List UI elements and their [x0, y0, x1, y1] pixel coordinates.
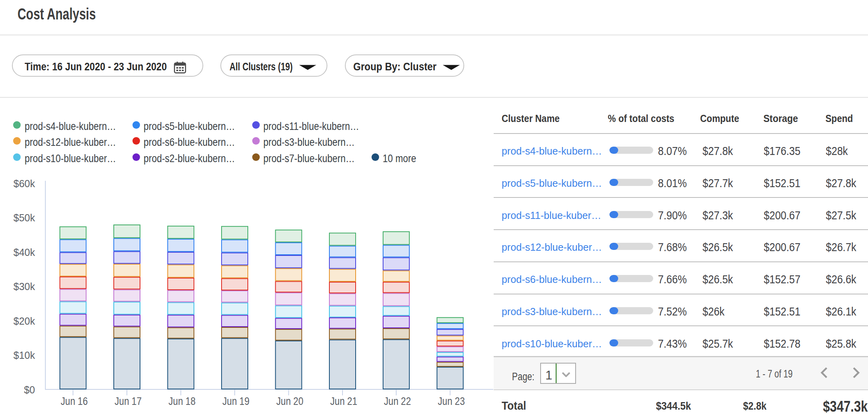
svg-text:Jun 20: Jun 20: [276, 395, 304, 407]
svg-text:$10k: $10k: [14, 350, 35, 361]
svg-text:Jun 22: Jun 22: [384, 395, 411, 407]
svg-text:$50k: $50k: [14, 212, 35, 223]
svg-text:$20k: $20k: [14, 315, 35, 327]
svg-text:Jun 19: Jun 19: [222, 395, 249, 407]
svg-text:$0: $0: [24, 384, 35, 395]
svg-text:$40k: $40k: [14, 247, 35, 258]
svg-text:$60k: $60k: [14, 178, 35, 189]
svg-text:Jun 23: Jun 23: [438, 395, 465, 407]
svg-text:Jun 21: Jun 21: [330, 395, 357, 407]
svg-text:Jun 17: Jun 17: [115, 395, 142, 407]
svg-text:Jun 18: Jun 18: [169, 395, 196, 407]
svg-text:$30k: $30k: [14, 281, 35, 292]
svg-text:Jun 16: Jun 16: [61, 395, 88, 407]
